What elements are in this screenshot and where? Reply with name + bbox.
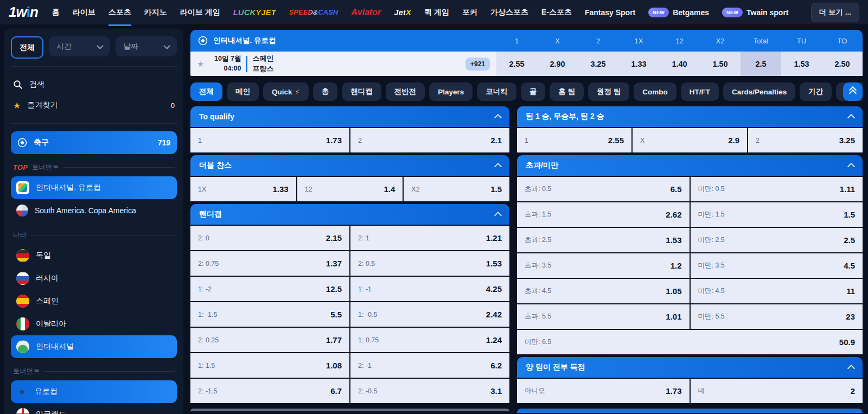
sidebar-item-germany[interactable]: 독일 — [11, 244, 177, 267]
odds-cell[interactable]: 미만: 1.51.5 — [691, 202, 863, 227]
market-section-header[interactable]: 초과/미만 — [517, 155, 863, 176]
nav-betgames[interactable]: NEW Betgames — [648, 8, 709, 17]
sidebar-item-england[interactable]: 잉글랜드 — [11, 403, 177, 414]
sidebar-item-international[interactable]: 인터내셔널 — [11, 335, 177, 358]
odds-2[interactable]: 3.25 — [578, 52, 618, 76]
tab-handicap[interactable]: 핸디캡 — [342, 82, 381, 101]
search-row[interactable]: 검색 — [11, 74, 177, 95]
nav-luckyjet-logo[interactable]: LUCKYJET — [233, 8, 276, 17]
odds-cell[interactable]: 초과: 3.51.2 — [517, 253, 690, 278]
odds-cell[interactable]: 2: 0.51.53 — [350, 251, 509, 276]
odds-cell[interactable]: 2: 0.751.37 — [190, 251, 349, 276]
tab-away-team[interactable]: 원정 팀 — [588, 82, 629, 101]
odds-x2[interactable]: 1.50 — [700, 52, 741, 76]
nav-virtual-sports[interactable]: 가상스포츠 — [490, 0, 528, 26]
tab-first-half[interactable]: 전반전 — [386, 82, 425, 101]
odds-cell[interactable]: 1X1.33 — [190, 177, 296, 201]
sidebar-item-international-eurocup[interactable]: 인터내셔널. 유로컵 — [11, 176, 177, 199]
odds-cell[interactable]: 2: -0.53.1 — [350, 379, 509, 403]
odds-cell[interactable]: 1: 1.51.08 — [190, 353, 349, 378]
collapse-tabs-button[interactable] — [843, 82, 863, 101]
odds-cell[interactable]: 네2 — [691, 379, 863, 403]
odds-cell[interactable]: 초과: 2.51.53 — [517, 228, 690, 252]
odds-cell[interactable]: 11.73 — [190, 128, 349, 152]
odds-cell[interactable]: 초과: 1.52.62 — [517, 202, 690, 227]
odds-cell[interactable]: 미만: 4.511 — [691, 279, 863, 303]
odds-cell[interactable]: 2: 02.15 — [190, 226, 349, 250]
tab-htft[interactable]: HT/FT — [681, 82, 719, 101]
tab-corners[interactable]: 코너킥 — [477, 82, 516, 101]
odds-cell[interactable]: 121.4 — [297, 177, 403, 201]
brand-logo[interactable]: 1win — [9, 4, 38, 21]
odds-cell[interactable]: 아니오1.73 — [517, 379, 690, 403]
odds-tu[interactable]: 1.53 — [781, 52, 822, 76]
nav-aviator-logo[interactable]: Aviator — [351, 8, 381, 17]
odds-cell[interactable]: 미만: 5.523 — [691, 304, 863, 329]
more-bets-badge[interactable]: +921 — [465, 58, 490, 71]
odds-cell[interactable]: 1: -1.55.5 — [190, 302, 349, 327]
nav-live-games[interactable]: 라이브 게임 — [180, 0, 220, 26]
sidebar-item-copa-america[interactable]: South America. Copa America — [11, 199, 177, 222]
tab-all[interactable]: 전체 — [190, 82, 222, 101]
tab-main[interactable]: 메인 — [227, 82, 259, 101]
odds-cell[interactable]: 2: -16.2 — [350, 353, 509, 378]
odds-total[interactable]: 2.5 — [741, 52, 781, 76]
odds-cell[interactable]: 미만: 3.54.5 — [691, 253, 863, 278]
odds-cell[interactable]: 초과: 4.51.05 — [517, 279, 690, 303]
odds-12[interactable]: 1.40 — [659, 52, 700, 76]
tab-goals[interactable]: 골 — [521, 82, 546, 101]
nav-speedcash-logo[interactable]: SPEED&CASH — [289, 8, 338, 16]
odds-cell[interactable]: 미만: 6.550.9 — [517, 330, 863, 354]
odds-cell[interactable]: 미만: 2.52.5 — [691, 228, 863, 252]
favorite-star-icon[interactable]: ★ — [197, 59, 204, 69]
odds-cell[interactable]: 미만: 0.51.11 — [691, 177, 863, 201]
market-section-header[interactable]: 핸디캡 — [190, 204, 509, 225]
tab-combo[interactable]: Combo — [634, 82, 676, 101]
odds-cell[interactable]: 23.25 — [748, 128, 863, 152]
odds-cell[interactable]: 2: 0.251.77 — [190, 328, 349, 352]
odds-to[interactable]: 2.50 — [822, 52, 863, 76]
sidebar-item-italy[interactable]: 이탈리아 — [11, 313, 177, 335]
nav-esports[interactable]: E-스포츠 — [541, 0, 572, 26]
filter-all-button[interactable]: 전체 — [11, 36, 43, 59]
odds-cell[interactable]: X2.9 — [633, 128, 747, 152]
nav-live[interactable]: 라이브 — [73, 0, 95, 26]
nav-twain-sport[interactable]: NEW Twain sport — [722, 8, 788, 17]
sidebar-item-eurocup[interactable]: ★ 유로컵 — [11, 380, 177, 403]
market-section-header[interactable]: 팀 1 승, 무승부, 팀 2 승 — [517, 106, 863, 127]
filter-date-dropdown[interactable]: 날짜 — [116, 36, 177, 56]
tab-home-team[interactable]: 홈 팀 — [550, 82, 584, 101]
match-row[interactable]: ★ 10일 7월 04:00 스페인 프랑스 +921 2.55 2.90 3.… — [190, 52, 863, 76]
nav-poker[interactable]: 포커 — [462, 0, 477, 26]
odds-cell[interactable]: X21.5 — [404, 177, 509, 201]
odds-cell[interactable]: 1: -212.5 — [190, 277, 349, 301]
nav-fantasy-sport[interactable]: Fantasy Sport — [585, 0, 635, 26]
odds-cell[interactable]: 초과: 0.56.5 — [517, 177, 690, 201]
odds-1[interactable]: 2.55 — [496, 52, 537, 76]
favorites-row[interactable]: ★ 즐겨찾기 0 — [11, 95, 177, 116]
more-button[interactable]: 더 보기 ... — [811, 3, 859, 22]
odds-cell[interactable]: 2: -1.56.7 — [190, 379, 349, 403]
sidebar-item-spain[interactable]: 스페인 — [11, 290, 177, 313]
tab-period[interactable]: 기간 — [800, 82, 832, 101]
tab-total[interactable]: 총 — [313, 82, 338, 101]
sidebar-item-football[interactable]: 축구 719 — [11, 131, 177, 154]
odds-cell[interactable]: 1: -0.52.42 — [350, 302, 509, 327]
market-section-header[interactable]: 양 팀이 전부 득점 — [517, 357, 863, 378]
odds-cell[interactable]: 2: 11.21 — [350, 226, 509, 250]
odds-cell[interactable]: 초과: 5.51.01 — [517, 304, 690, 329]
odds-cell[interactable]: 1: -14.25 — [350, 277, 509, 301]
odds-cell[interactable]: 22.1 — [350, 128, 509, 152]
odds-x[interactable]: 2.90 — [537, 52, 578, 76]
market-section-header[interactable]: 더블 찬스 — [190, 155, 509, 176]
nav-quick-games[interactable]: 퀵 게임 — [424, 0, 449, 26]
market-section-header[interactable]: To qualify — [190, 106, 509, 127]
odds-cell[interactable]: 1: 0.751.24 — [350, 328, 509, 352]
tab-quick[interactable]: Quick⚡ — [263, 82, 309, 101]
nav-home[interactable]: 홈 — [52, 0, 60, 26]
filter-time-dropdown[interactable]: 시간 — [49, 36, 110, 56]
tab-players[interactable]: Players — [429, 82, 473, 101]
tab-cards-penalties[interactable]: Cards/Penalties — [723, 82, 795, 101]
odds-cell[interactable]: 12.55 — [517, 128, 631, 152]
sidebar-item-russia[interactable]: 러시아 — [11, 267, 177, 290]
